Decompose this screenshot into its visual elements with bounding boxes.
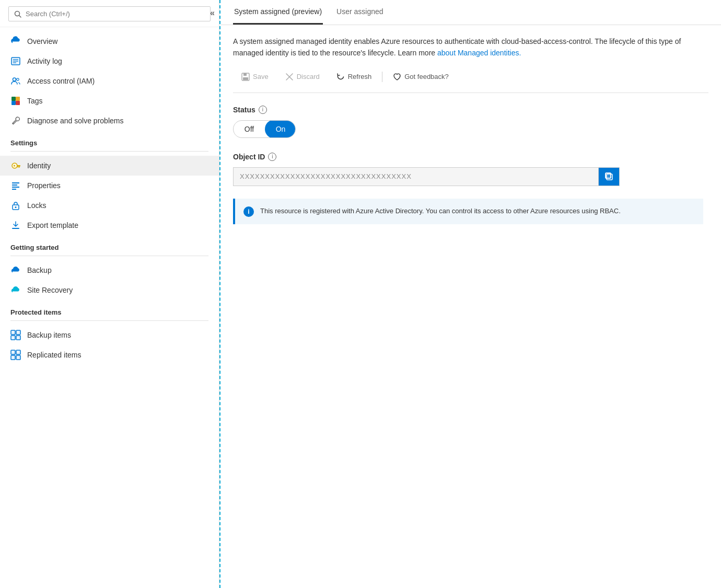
sidebar-item-diagnose[interactable]: Diagnose and solve problems — [0, 111, 219, 131]
svg-rect-25 — [11, 330, 15, 335]
object-id-section: Object ID i — [233, 153, 708, 186]
info-banner-text: This resource is registered with Azure A… — [260, 206, 621, 216]
sidebar-item-export-template[interactable]: Export template — [0, 215, 219, 235]
lock-icon — [10, 200, 21, 211]
refresh-button[interactable]: Refresh — [328, 70, 380, 84]
copy-button[interactable] — [599, 167, 620, 186]
backup-items-icon — [10, 330, 21, 340]
object-id-row — [233, 167, 708, 186]
content-body: A system assigned managed identity enabl… — [220, 25, 721, 588]
svg-point-12 — [13, 123, 14, 124]
sidebar-search-area: « — [0, 0, 219, 27]
section-getting-started-header: Getting started — [0, 235, 219, 253]
section-settings-header: Settings — [0, 131, 219, 149]
tag-icon — [10, 96, 21, 106]
search-box[interactable] — [8, 6, 211, 21]
svg-rect-26 — [16, 330, 20, 335]
main-content: System assigned (preview) User assigned … — [219, 0, 721, 588]
status-info-icon[interactable]: i — [259, 106, 267, 114]
sidebar-item-tags[interactable]: Tags — [0, 91, 219, 111]
svg-rect-27 — [11, 336, 15, 340]
sidebar-item-access-control[interactable]: Access control (IAM) — [0, 71, 219, 91]
svg-rect-14 — [17, 165, 20, 167]
status-toggle[interactable]: Off On — [233, 120, 296, 138]
svg-rect-16 — [18, 167, 19, 168]
save-icon — [241, 73, 250, 81]
info-banner-icon: i — [243, 206, 254, 217]
toolbar: Save Discard Refresh — [233, 61, 708, 93]
svg-point-17 — [14, 165, 15, 167]
section-divider — [10, 151, 208, 152]
toggle-on-option[interactable]: On — [265, 120, 296, 138]
tab-user-assigned-label: User assigned — [336, 7, 383, 16]
sidebar-item-label: Activity log — [27, 57, 62, 65]
download-icon — [10, 220, 21, 230]
search-icon — [14, 10, 21, 18]
sidebar-item-backup[interactable]: Backup — [0, 260, 219, 280]
description-text: A system assigned managed identity enabl… — [233, 36, 703, 59]
svg-point-23 — [15, 206, 17, 208]
tab-system-assigned[interactable]: System assigned (preview) — [233, 0, 323, 25]
status-section: Status i Off On — [233, 106, 708, 138]
refresh-icon — [336, 73, 345, 81]
save-label: Save — [253, 73, 269, 80]
sidebar-item-label: Export template — [27, 221, 78, 229]
sidebar-item-label: Diagnose and solve problems — [27, 117, 123, 125]
sidebar-item-label: Locks — [27, 201, 46, 210]
svg-rect-30 — [16, 350, 20, 354]
save-button[interactable]: Save — [233, 70, 277, 84]
people-icon — [10, 76, 21, 86]
toggle-container: Off On — [233, 120, 708, 138]
sidebar-item-properties[interactable]: Properties — [0, 176, 219, 195]
info-banner: i This resource is registered with Azure… — [233, 199, 703, 224]
svg-rect-29 — [11, 350, 15, 354]
description-link[interactable]: about Managed identities. — [437, 49, 521, 57]
cloud-icon — [10, 36, 21, 47]
svg-rect-32 — [16, 355, 20, 360]
sidebar-item-backup-items[interactable]: Backup items — [0, 325, 219, 345]
svg-rect-9 — [16, 97, 20, 101]
heart-icon — [393, 73, 401, 81]
discard-button[interactable]: Discard — [277, 70, 328, 84]
object-id-input[interactable] — [233, 167, 599, 186]
status-label: Status i — [233, 106, 708, 114]
sidebar-content: Overview Activity log — [0, 27, 219, 588]
wrench-icon — [10, 116, 21, 126]
sidebar-item-replicated-items[interactable]: Replicated items — [0, 345, 219, 365]
svg-rect-10 — [11, 101, 16, 105]
bars-icon — [10, 180, 21, 191]
svg-rect-11 — [16, 101, 20, 105]
object-id-info-icon[interactable]: i — [268, 153, 276, 161]
svg-rect-24 — [12, 228, 19, 229]
sidebar-item-label: Tags — [27, 97, 43, 105]
feedback-button[interactable]: Got feedback? — [385, 70, 457, 84]
svg-rect-35 — [243, 77, 248, 80]
section-divider-2 — [10, 256, 208, 256]
sidebar-item-identity[interactable]: Identity — [0, 156, 219, 176]
sidebar-item-activity-log[interactable]: Activity log — [0, 51, 219, 71]
sidebar-item-label: Properties — [27, 181, 61, 190]
svg-rect-40 — [606, 173, 611, 178]
discard-label: Discard — [297, 73, 320, 80]
search-input[interactable] — [26, 10, 205, 18]
sidebar-item-label: Backup — [27, 266, 52, 274]
discard-icon — [285, 73, 294, 81]
svg-point-7 — [17, 78, 19, 80]
section-protected-items-header: Protected items — [0, 300, 219, 318]
svg-rect-15 — [19, 167, 20, 168]
copy-icon — [604, 172, 614, 181]
sidebar-item-overview[interactable]: Overview — [0, 31, 219, 51]
svg-rect-28 — [16, 336, 20, 340]
refresh-label: Refresh — [348, 73, 372, 80]
svg-point-6 — [13, 78, 16, 81]
tab-user-assigned[interactable]: User assigned — [335, 0, 385, 25]
sidebar-item-site-recovery[interactable]: Site Recovery — [0, 280, 219, 300]
collapse-button[interactable]: « — [210, 8, 215, 18]
sidebar-item-label: Identity — [27, 162, 51, 170]
sidebar-item-locks[interactable]: Locks — [0, 195, 219, 215]
sidebar-item-label: Backup items — [27, 331, 71, 339]
sidebar: « Overview Activity log — [0, 0, 219, 588]
list-icon — [10, 56, 21, 66]
toggle-off-option[interactable]: Off — [234, 121, 265, 137]
sidebar-item-label: Replicated items — [27, 351, 82, 359]
